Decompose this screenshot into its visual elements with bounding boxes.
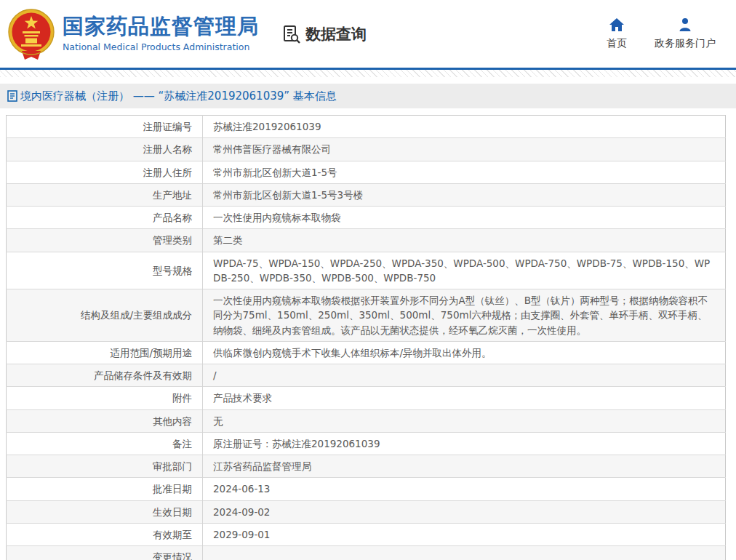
home-icon <box>609 17 625 32</box>
row-label: 注册证编号 <box>143 121 193 132</box>
row-label: 产品储存条件及有效期 <box>94 369 192 381</box>
row-value: 原注册证号：苏械注准20192061039 <box>203 432 726 455</box>
row-label: 注册人住所 <box>143 167 193 178</box>
row-label: 审批部门 <box>153 460 192 472</box>
table-row: 产品名称 一次性使用内窥镜标本取物袋 <box>7 207 726 229</box>
table-row: 其他内容 无 <box>7 409 726 432</box>
nav-portal[interactable]: 政务服务门户 <box>655 17 716 50</box>
table-row: 结构及组成/主要组成成分 一次性使用内窥镜标本取物袋根据张开装置外形不同分为A型… <box>7 289 726 342</box>
row-label: 结构及组成/主要组成成分 <box>81 309 192 321</box>
table-row: 注册人名称 常州伟普医疗器械有限公司 <box>7 138 726 161</box>
header-nav: 首页 政务服务门户 <box>607 17 736 50</box>
row-value: 常州市新北区创新大道1-5号3号楼 <box>203 183 726 206</box>
row-label: 变更情况 <box>153 551 192 560</box>
row-label: 注册人名称 <box>143 143 193 155</box>
info-table-body: 注册证编号 苏械注准20192061039 注册人名称 常州伟普医疗器械有限公司… <box>7 116 726 560</box>
person-icon <box>677 17 693 32</box>
row-value: / <box>203 364 726 387</box>
row-value: 一次性使用内窥镜标本取物袋 <box>203 207 726 229</box>
stripe-decoration <box>0 70 736 77</box>
table-row: 备注 原注册证号：苏械注准20192061039 <box>7 432 726 455</box>
table-row: 有效期至 2029-09-01 <box>7 523 726 545</box>
table-row: 适用范围/预期用途 供临床微创内窥镜手术下收集人体组织标本/异物并取出体外用。 <box>7 341 726 364</box>
row-value: 2024-06-13 <box>203 478 726 500</box>
agency-titles: 国家药品监督管理局 National Medical Products Admi… <box>63 15 259 52</box>
table-row: 审批部门 江苏省药品监督管理局 <box>7 455 726 478</box>
page-header: 国家药品监督管理局 National Medical Products Admi… <box>0 0 736 68</box>
row-label: 产品名称 <box>153 212 192 223</box>
breadcrumb: 境内医疗器械（注册） —— “苏械注准20192061039” 基本信息 <box>0 84 736 108</box>
table-row: 变更情况 <box>7 546 726 560</box>
row-value: 常州市新北区创新大道1-5号 <box>203 161 726 183</box>
table-row: 注册证编号 苏械注准20192061039 <box>7 116 726 138</box>
breadcrumb-text: 境内医疗器械（注册） —— “苏械注准20192061039” 基本信息 <box>20 89 337 103</box>
row-value: 第二类 <box>203 229 726 252</box>
registration-info-table: 注册证编号 苏械注准20192061039 注册人名称 常州伟普医疗器械有限公司… <box>6 115 726 560</box>
row-label: 附件 <box>172 392 192 404</box>
row-label: 批准日期 <box>153 483 192 495</box>
row-label: 生产地址 <box>153 189 192 201</box>
table-row: 产品储存条件及有效期 / <box>7 364 726 387</box>
table-row: 附件 产品技术要求 <box>7 387 726 409</box>
data-query-label: 数据查询 <box>305 24 367 44</box>
row-label: 适用范围/预期用途 <box>110 347 192 359</box>
nav-home-label: 首页 <box>607 37 627 50</box>
table-row: 注册人住所 常州市新北区创新大道1-5号 <box>7 161 726 183</box>
agency-title: 国家药品监督管理局 <box>63 15 259 39</box>
row-label: 管理类别 <box>153 234 192 246</box>
table-row: 型号规格 WPDA-75、WPDA-150、WPDA-250、WPDA-350、… <box>7 252 726 289</box>
row-value: 无 <box>203 409 726 432</box>
row-value: 供临床微创内窥镜手术下收集人体组织标本/异物并取出体外用。 <box>203 341 726 364</box>
agency-subtitle: National Medical Products Administration <box>63 41 259 52</box>
nav-portal-label: 政务服务门户 <box>655 37 716 50</box>
document-search-icon <box>282 25 301 44</box>
row-label: 生效日期 <box>153 506 192 518</box>
table-row: 生效日期 2024-09-02 <box>7 500 726 523</box>
document-icon <box>7 90 17 102</box>
row-label: 备注 <box>172 438 192 449</box>
row-value: 江苏省药品监督管理局 <box>203 455 726 478</box>
china-national-emblem-icon <box>7 9 55 60</box>
nav-home[interactable]: 首页 <box>607 17 627 50</box>
row-value: WPDA-75、WPDA-150、WPDA-250、WPDA-350、WPDA-… <box>203 252 726 289</box>
row-value: 一次性使用内窥镜标本取物袋根据张开装置外形不同分为A型（钛丝）、B型（钛片）两种… <box>203 289 726 342</box>
row-value: 产品技术要求 <box>203 387 726 409</box>
table-row: 生产地址 常州市新北区创新大道1-5号3号楼 <box>7 183 726 206</box>
row-value: 苏械注准20192061039 <box>203 116 726 138</box>
row-value <box>203 546 726 560</box>
row-value: 2029-09-01 <box>203 523 726 545</box>
table-row: 管理类别 第二类 <box>7 229 726 252</box>
data-query-tab[interactable]: 数据查询 <box>282 24 367 44</box>
row-label: 型号规格 <box>153 265 192 276</box>
agency-logo: 国家药品监督管理局 National Medical Products Admi… <box>7 9 259 60</box>
row-value: 常州伟普医疗器械有限公司 <box>203 138 726 161</box>
table-row: 批准日期 2024-06-13 <box>7 478 726 500</box>
row-label: 有效期至 <box>153 529 192 540</box>
row-value: 2024-09-02 <box>203 500 726 523</box>
row-label: 其他内容 <box>153 415 192 427</box>
